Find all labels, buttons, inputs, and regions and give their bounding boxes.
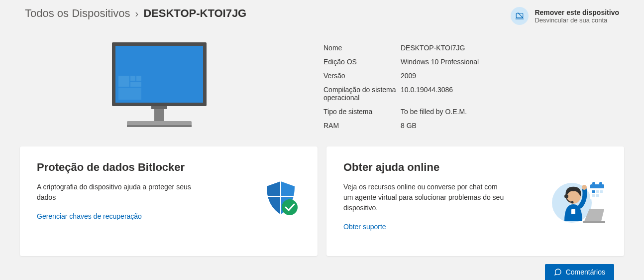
feedback-button[interactable]: Comentários <box>545 264 614 280</box>
help-get-support-link[interactable]: Obter suporte <box>343 223 386 231</box>
svg-rect-7 <box>136 76 141 81</box>
breadcrumb-current: DESKTOP-KTOI7JG <box>143 7 246 20</box>
svg-rect-23 <box>596 190 599 193</box>
bitlocker-card-title: Proteção de dados Bitlocker <box>37 160 201 175</box>
bitlocker-card-desc: A criptografia do dispositivo ajuda a pr… <box>37 182 201 203</box>
svg-point-16 <box>282 199 298 215</box>
remove-device-button[interactable]: Remover este dispositivo Desvincular de … <box>511 7 619 25</box>
spec-row: RAM 8 GB <box>323 119 619 133</box>
svg-rect-19 <box>590 188 604 199</box>
remove-device-title: Remover este dispositivo <box>535 8 619 16</box>
spec-row: Edição OS Windows 10 Professional <box>323 55 619 69</box>
spec-label: Edição OS <box>323 58 401 66</box>
svg-point-28 <box>582 185 587 190</box>
spec-value: To be filled by O.E.M. <box>401 108 467 116</box>
feedback-label: Comentários <box>566 268 605 276</box>
spec-label: Versão <box>323 72 401 80</box>
shield-check-icon <box>259 178 303 224</box>
spec-value: 10.0.19044.3086 <box>401 86 453 102</box>
svg-point-21 <box>599 182 602 185</box>
svg-rect-25 <box>592 194 595 197</box>
spec-row: Compilação do sistema operacional 10.0.1… <box>323 83 619 105</box>
spec-row: Nome DESKTOP-KTOI7JG <box>323 41 619 55</box>
help-card-desc: Veja os recursos online ou converse por … <box>343 182 508 213</box>
help-card: Obter ajuda online Veja os recursos onli… <box>326 146 624 256</box>
spec-label: Tipo de sistema <box>323 108 401 116</box>
chevron-right-icon: › <box>135 8 139 19</box>
support-agent-illustration <box>549 175 609 227</box>
svg-point-20 <box>592 182 595 185</box>
svg-rect-11 <box>151 106 167 109</box>
spec-value: 2009 <box>401 72 416 80</box>
device-specs-table: Nome DESKTOP-KTOI7JG Edição OS Windows 1… <box>323 40 619 135</box>
bitlocker-manage-keys-link[interactable]: Gerenciar chaves de recuperação <box>37 212 142 220</box>
chat-icon <box>554 268 562 276</box>
svg-rect-6 <box>130 76 135 81</box>
spec-value: Windows 10 Professional <box>401 58 479 66</box>
spec-row: Tipo de sistema To be filled by O.E.M. <box>323 105 619 119</box>
svg-rect-31 <box>571 209 575 214</box>
svg-rect-24 <box>600 190 603 193</box>
svg-rect-22 <box>592 190 595 193</box>
laptop-remove-icon <box>511 7 529 25</box>
breadcrumb-parent-link[interactable]: Todos os Dispositivos <box>25 7 130 20</box>
spec-row: Versão 2009 <box>323 69 619 83</box>
spec-label: Nome <box>323 44 401 52</box>
remove-device-text: Remover este dispositivo Desvincular de … <box>535 8 619 24</box>
svg-rect-8 <box>130 82 141 87</box>
bitlocker-card: Proteção de dados Bitlocker A criptograf… <box>20 146 318 256</box>
spec-label: RAM <box>323 122 401 130</box>
remove-device-subtitle: Desvincular de sua conta <box>535 16 619 24</box>
spec-value: DESKTOP-KTOI7JG <box>401 44 465 52</box>
svg-point-30 <box>571 201 574 204</box>
svg-rect-9 <box>118 88 141 100</box>
breadcrumb: Todos os Dispositivos › DESKTOP-KTOI7JG <box>25 7 246 20</box>
svg-point-29 <box>564 194 568 198</box>
svg-rect-5 <box>118 76 129 87</box>
svg-rect-13 <box>127 125 192 127</box>
spec-label: Compilação do sistema operacional <box>323 86 401 102</box>
device-image <box>25 40 294 135</box>
spec-value: 8 GB <box>401 122 417 130</box>
help-card-title: Obter ajuda online <box>343 160 508 175</box>
svg-rect-26 <box>596 194 599 197</box>
